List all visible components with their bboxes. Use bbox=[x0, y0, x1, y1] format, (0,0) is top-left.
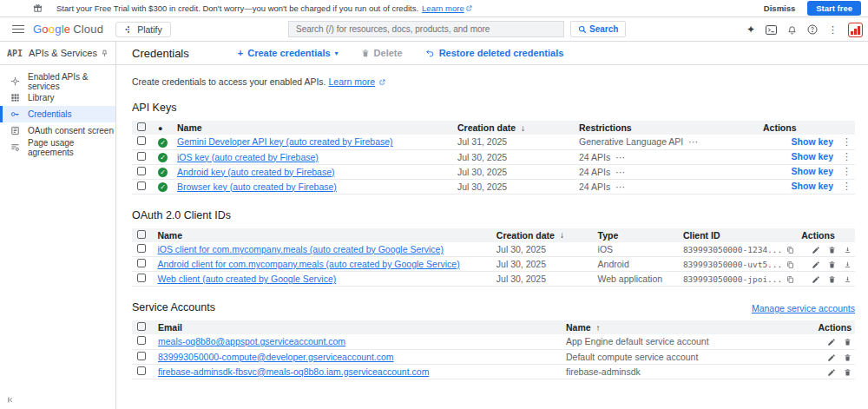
service-account-email-link[interactable]: firebase-adminsdk-fbsvc@meals-oq8b8o.iam… bbox=[158, 366, 429, 377]
api-key-name-link[interactable]: Android key (auto created by Firebase) bbox=[177, 167, 335, 177]
status-ok-icon: ✓ bbox=[158, 138, 168, 148]
service-accounts-table: Email Name↑ Actions meals-oq8b8o@appspot… bbox=[132, 320, 855, 379]
more-icon: ⋯ bbox=[615, 167, 626, 177]
copy-icon[interactable] bbox=[786, 261, 794, 269]
service-account-name-cell: Default compute service account bbox=[562, 349, 814, 364]
trial-banner: Start your Free Trial with $300 in credi… bbox=[0, 0, 868, 17]
select-all-checkbox[interactable] bbox=[137, 322, 146, 331]
delete-trash-icon[interactable] bbox=[828, 275, 836, 284]
row-checkbox[interactable] bbox=[137, 336, 146, 345]
edit-pencil-icon[interactable] bbox=[812, 246, 820, 254]
delete-trash-icon[interactable] bbox=[844, 353, 852, 362]
oauth-client-name-link[interactable]: iOS client for com.mycompany.meals (auto… bbox=[157, 244, 444, 254]
api-key-row: ✓ Gemini Developer API key (auto created… bbox=[132, 135, 855, 149]
create-credentials-button[interactable]: + Create credentials ▾ bbox=[238, 48, 339, 58]
menu-icon[interactable] bbox=[12, 23, 24, 36]
page-title: Credentials bbox=[132, 47, 189, 60]
row-kebab-icon[interactable]: ⋮ bbox=[842, 166, 852, 176]
search-button[interactable]: Search bbox=[570, 21, 626, 37]
project-icon bbox=[124, 25, 133, 34]
restore-credentials-button[interactable]: Restore deleted credentials bbox=[425, 48, 564, 58]
search-icon bbox=[578, 25, 587, 34]
api-key-name-link[interactable]: iOS key (auto created by Firebase) bbox=[177, 152, 319, 162]
delete-trash-icon[interactable] bbox=[828, 246, 836, 254]
delete-trash-icon[interactable] bbox=[844, 338, 852, 346]
row-checkbox[interactable] bbox=[137, 274, 146, 282]
show-key-button[interactable]: Show key bbox=[792, 151, 833, 162]
row-checkbox[interactable] bbox=[137, 136, 146, 145]
cloud-shell-icon[interactable] bbox=[766, 25, 777, 35]
pin-icon[interactable] bbox=[101, 49, 108, 58]
user-avatar[interactable] bbox=[848, 23, 863, 37]
sort-asc-icon[interactable]: ↑ bbox=[596, 323, 601, 333]
search-input[interactable] bbox=[288, 21, 564, 37]
api-key-name-link[interactable]: Browser key (auto created by Firebase) bbox=[177, 181, 337, 192]
gift-icon bbox=[33, 3, 43, 13]
creation-date-cell: Jul 30, 2025 bbox=[454, 164, 575, 179]
sidebar-item-credentials[interactable]: Credentials bbox=[0, 106, 115, 122]
oauth-client-name-link[interactable]: Android client for com.mycompany.meals (… bbox=[157, 259, 459, 269]
row-checkbox[interactable] bbox=[137, 352, 146, 360]
sidebar-item-label: Page usage agreements bbox=[28, 138, 115, 157]
edit-pencil-icon[interactable] bbox=[827, 368, 836, 377]
edit-pencil-icon[interactable] bbox=[827, 353, 836, 362]
oauth-clients-heading: OAuth 2.0 Client IDs bbox=[132, 209, 855, 221]
oauth-client-row: Android client for com.mycompany.meals (… bbox=[132, 257, 855, 272]
row-checkbox[interactable] bbox=[137, 167, 146, 175]
start-free-button[interactable]: Start free bbox=[807, 1, 861, 16]
client-id-value: 839993050000-1234... bbox=[683, 245, 782, 254]
dismiss-button[interactable]: Dismiss bbox=[764, 3, 795, 13]
more-icon: ⋯ bbox=[615, 152, 626, 162]
sort-desc-icon[interactable]: ↓ bbox=[560, 230, 564, 240]
creation-date-cell: Jul 30, 2025 bbox=[493, 272, 595, 287]
overflow-menu-icon[interactable]: ⋮ bbox=[828, 24, 838, 36]
copy-icon[interactable] bbox=[786, 246, 794, 254]
sort-desc-icon[interactable]: ↓ bbox=[521, 123, 525, 133]
delete-button[interactable]: Delete bbox=[361, 48, 403, 58]
gemini-icon[interactable]: ✦ bbox=[746, 23, 755, 36]
delete-trash-icon[interactable] bbox=[844, 368, 852, 377]
row-checkbox[interactable] bbox=[137, 244, 146, 253]
edit-pencil-icon[interactable] bbox=[812, 275, 820, 284]
trial-learn-more-link[interactable]: Learn more bbox=[422, 3, 464, 13]
select-all-checkbox[interactable] bbox=[137, 122, 146, 131]
delete-trash-icon[interactable] bbox=[828, 261, 836, 269]
row-kebab-icon[interactable]: ⋮ bbox=[842, 136, 852, 147]
service-account-row: meals-oq8b8o@appspot.gserviceaccount.com… bbox=[132, 334, 855, 349]
oauth-clients-table: Name Creation date↓ Type Client ID Actio… bbox=[132, 228, 855, 287]
manage-service-accounts-link[interactable]: Manage service accounts bbox=[752, 303, 855, 313]
api-key-name-link[interactable]: Gemini Developer API key (auto created b… bbox=[177, 136, 393, 147]
oauth-client-name-link[interactable]: Web client (auto created by Google Servi… bbox=[157, 274, 336, 284]
service-account-email-link[interactable]: meals-oq8b8o@appspot.gserviceaccount.com bbox=[158, 336, 345, 346]
collapse-sidebar-icon[interactable] bbox=[0, 396, 115, 409]
service-account-email-link[interactable]: 839993050000-compute@developer.gservicea… bbox=[158, 352, 394, 362]
edit-pencil-icon[interactable] bbox=[827, 338, 836, 346]
row-checkbox[interactable] bbox=[137, 152, 146, 161]
show-key-button[interactable]: Show key bbox=[792, 166, 833, 176]
project-selector[interactable]: Platify bbox=[115, 22, 171, 37]
download-icon[interactable] bbox=[844, 246, 852, 254]
sidebar-item-enabled-apis[interactable]: Enabled APIs & services bbox=[0, 73, 115, 89]
show-key-button[interactable]: Show key bbox=[792, 181, 833, 191]
download-icon[interactable] bbox=[844, 275, 852, 284]
row-checkbox[interactable] bbox=[137, 181, 146, 190]
sidebar-item-label: Credentials bbox=[28, 109, 72, 119]
sidebar-item-page-usage[interactable]: Page usage agreements bbox=[0, 139, 115, 155]
sidebar-item-oauth-consent[interactable]: OAuth consent screen bbox=[0, 122, 115, 139]
copy-icon[interactable] bbox=[786, 275, 794, 284]
row-checkbox[interactable] bbox=[137, 259, 146, 267]
learn-more-link[interactable]: Learn more bbox=[328, 76, 375, 87]
download-icon[interactable] bbox=[844, 261, 852, 269]
show-key-button[interactable]: Show key bbox=[792, 136, 833, 147]
notifications-bell-icon[interactable] bbox=[787, 24, 797, 35]
sidebar-item-library[interactable]: Library bbox=[0, 89, 115, 106]
external-link-icon bbox=[466, 5, 472, 11]
help-icon[interactable] bbox=[807, 24, 818, 35]
row-checkbox[interactable] bbox=[137, 366, 146, 375]
oauth-client-row: iOS client for com.mycompany.meals (auto… bbox=[132, 242, 855, 257]
restrictions-cell: 24 APIs bbox=[579, 181, 610, 192]
row-kebab-icon[interactable]: ⋮ bbox=[842, 181, 852, 191]
row-kebab-icon[interactable]: ⋮ bbox=[842, 151, 852, 162]
edit-pencil-icon[interactable] bbox=[812, 261, 820, 269]
select-all-checkbox[interactable] bbox=[137, 230, 146, 239]
